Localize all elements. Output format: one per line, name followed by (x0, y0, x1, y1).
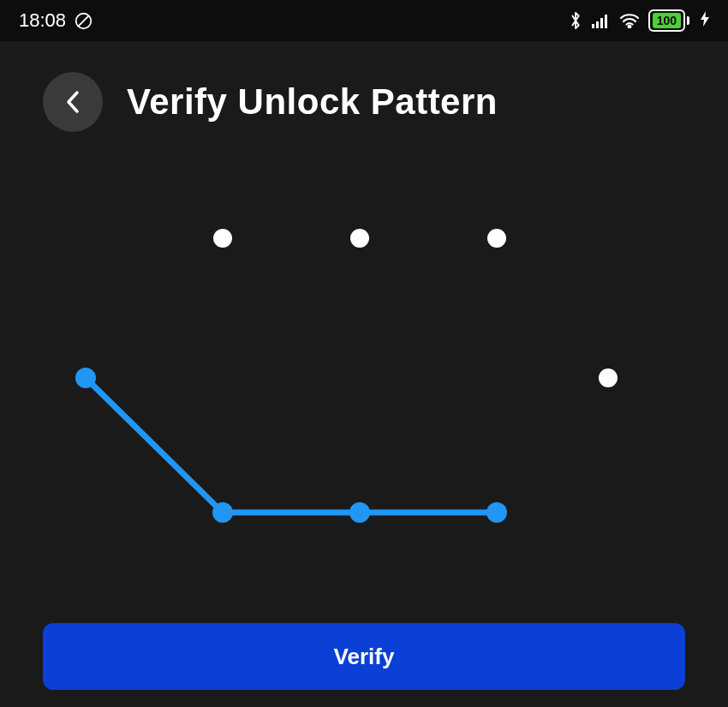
wifi-icon (619, 13, 640, 28)
pattern-dot[interactable] (487, 229, 506, 248)
chevron-left-icon (65, 90, 81, 114)
pattern-dot-selected[interactable] (349, 502, 370, 523)
verify-label: Verify (334, 644, 395, 670)
pattern-dot-selected[interactable] (212, 502, 233, 523)
pattern-grid[interactable] (0, 171, 728, 583)
svg-rect-3 (596, 21, 599, 28)
back-button[interactable] (43, 72, 103, 132)
svg-rect-4 (600, 18, 603, 28)
header: Verify Unlock Pattern (0, 41, 728, 141)
svg-line-1 (78, 15, 88, 26)
svg-point-6 (628, 26, 630, 28)
pattern-dot[interactable] (599, 368, 618, 387)
pattern-line (86, 378, 497, 512)
svg-rect-5 (605, 15, 607, 28)
status-bar: 18:08 (0, 0, 728, 41)
battery-percent: 100 (653, 13, 681, 28)
charging-icon (701, 11, 709, 31)
status-time: 18:08 (19, 9, 66, 32)
pattern-dot-selected[interactable] (486, 502, 507, 523)
signal-icon (592, 13, 611, 28)
bluetooth-icon (570, 11, 583, 30)
pattern-dot[interactable] (350, 229, 369, 248)
verify-button[interactable]: Verify (43, 623, 685, 690)
dnd-icon (75, 12, 92, 30)
battery-icon: 100 (648, 9, 689, 32)
svg-rect-2 (592, 24, 594, 28)
page-title: Verify Unlock Pattern (127, 81, 498, 123)
pattern-dot-selected[interactable] (75, 368, 96, 388)
pattern-dot[interactable] (213, 229, 232, 248)
